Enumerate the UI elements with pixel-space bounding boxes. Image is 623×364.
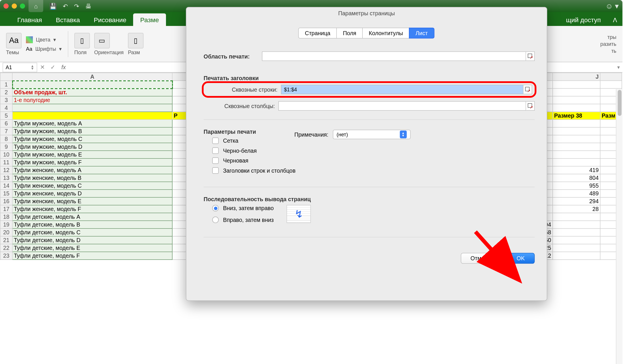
margins-icon[interactable]: ▯ bbox=[74, 33, 90, 48]
cell[interactable]: Туфли женские, модель E bbox=[12, 197, 172, 205]
cell[interactable]: Туфли мужские, модель D bbox=[12, 143, 172, 151]
cell[interactable]: 804 bbox=[553, 174, 600, 182]
tab-insert[interactable]: Вставка bbox=[49, 14, 87, 26]
collapse-ribbon-button[interactable]: ᐱ bbox=[608, 14, 622, 26]
row-header[interactable]: 8 bbox=[0, 135, 12, 143]
cell[interactable] bbox=[553, 213, 600, 221]
colors-button[interactable]: Цвета▾ bbox=[26, 36, 62, 43]
window-close-button[interactable] bbox=[3, 3, 9, 9]
cols-repeat-input[interactable] bbox=[278, 101, 526, 111]
cell[interactable]: Туфли детские, модель F bbox=[12, 252, 172, 260]
save-icon[interactable]: 💾 bbox=[49, 3, 57, 10]
cell[interactable]: 489 bbox=[553, 190, 600, 197]
cell[interactable]: Туфли мужские, модель E bbox=[12, 151, 172, 159]
over-then-down-radio[interactable]: Вправо, затем вниз bbox=[212, 217, 274, 223]
tab-main[interactable]: Главная bbox=[10, 14, 49, 26]
rows-repeat-picker-button[interactable] bbox=[524, 85, 532, 94]
select-all-cell[interactable] bbox=[0, 73, 12, 81]
enter-formula-button[interactable]: ✓ bbox=[48, 64, 58, 71]
cell[interactable]: Объем продаж, шт. bbox=[12, 88, 172, 96]
tab-share[interactable]: щий доступ bbox=[559, 14, 608, 26]
row-header[interactable]: 1 bbox=[0, 81, 12, 88]
redo-icon[interactable]: ↷ bbox=[74, 3, 79, 10]
name-box[interactable]: A1 ▲▼ bbox=[3, 63, 37, 72]
cancel-formula-button[interactable]: ✕ bbox=[37, 64, 48, 71]
notes-select[interactable]: (нет) ▲▼ bbox=[333, 130, 411, 139]
tab-draw[interactable]: Рисование bbox=[87, 14, 133, 26]
row-header[interactable]: 17 bbox=[0, 205, 12, 213]
feedback-button[interactable]: ☺ ▾ bbox=[605, 1, 619, 11]
dialog-tab-headerfooter[interactable]: Колонтитулы bbox=[362, 28, 409, 39]
cell[interactable] bbox=[553, 120, 600, 127]
undo-icon[interactable]: ↶ bbox=[63, 3, 68, 10]
cell[interactable]: Туфли мужские, модель B bbox=[12, 127, 172, 135]
window-minimize-button[interactable] bbox=[12, 3, 17, 9]
row-header[interactable]: 14 bbox=[0, 182, 12, 190]
cell[interactable]: Туфли детские, модель E bbox=[12, 244, 172, 252]
cell[interactable] bbox=[553, 88, 600, 96]
home-button[interactable]: ⌂ bbox=[29, 0, 43, 12]
cell[interactable] bbox=[553, 104, 600, 112]
cell[interactable]: Туфли женские, модель C bbox=[12, 182, 172, 190]
cell[interactable] bbox=[553, 81, 600, 88]
namebox-stepper-icon[interactable]: ▲▼ bbox=[31, 65, 34, 70]
row-header[interactable]: 16 bbox=[0, 197, 12, 205]
row-header[interactable]: 7 bbox=[0, 127, 12, 135]
column-header[interactable] bbox=[600, 73, 622, 81]
cell[interactable] bbox=[553, 135, 600, 143]
row-header[interactable]: 2 bbox=[0, 88, 12, 96]
column-header[interactable]: A bbox=[12, 73, 172, 81]
row-header[interactable]: 13 bbox=[0, 174, 12, 182]
down-then-over-radio[interactable]: Вниз, затем вправо bbox=[212, 205, 274, 212]
tab-layout[interactable]: Разме bbox=[133, 14, 166, 26]
cell[interactable] bbox=[553, 96, 600, 104]
fonts-button[interactable]: Aa Шрифты▾ bbox=[26, 46, 62, 52]
print-area-picker-button[interactable] bbox=[526, 52, 535, 61]
row-header[interactable]: 18 bbox=[0, 213, 12, 221]
cell[interactable]: 28 bbox=[553, 205, 600, 213]
cell[interactable]: Размер 38 bbox=[553, 112, 600, 120]
cell[interactable] bbox=[12, 104, 172, 112]
cell[interactable]: Туфли мужские, модель A bbox=[12, 120, 172, 127]
cell[interactable]: Туфли женские, модель D bbox=[12, 190, 172, 197]
cell[interactable]: Туфли детские, модель B bbox=[12, 221, 172, 229]
row-header[interactable]: 11 bbox=[0, 159, 12, 166]
window-maximize-button[interactable] bbox=[20, 3, 25, 9]
cell[interactable] bbox=[553, 159, 600, 166]
cell[interactable]: Туфли женские, модель A bbox=[12, 166, 172, 174]
cell[interactable] bbox=[553, 143, 600, 151]
row-header[interactable]: 20 bbox=[0, 229, 12, 236]
row-header[interactable]: 10 bbox=[0, 151, 12, 159]
print-icon[interactable]: 🖶 bbox=[85, 3, 91, 10]
cell[interactable]: Туфли мужские, модель C bbox=[12, 135, 172, 143]
cell[interactable]: 294 bbox=[553, 197, 600, 205]
cell[interactable] bbox=[12, 112, 172, 120]
row-header[interactable]: 22 bbox=[0, 244, 12, 252]
row-header[interactable]: 19 bbox=[0, 221, 12, 229]
themes-icon[interactable]: Aa bbox=[6, 33, 22, 48]
cell[interactable]: Туфли детские, модель C bbox=[12, 229, 172, 236]
cell[interactable] bbox=[553, 151, 600, 159]
row-header[interactable]: 5 bbox=[0, 112, 12, 120]
row-header[interactable]: 6 bbox=[0, 120, 12, 127]
dialog-tab-margins[interactable]: Поля bbox=[336, 28, 363, 39]
cell[interactable] bbox=[12, 81, 172, 88]
rows-repeat-input[interactable] bbox=[281, 85, 524, 94]
cell[interactable]: 419 bbox=[553, 166, 600, 174]
cell[interactable]: Туфли мужские, модель F bbox=[12, 159, 172, 166]
expand-formula-bar-button[interactable]: ▼ bbox=[615, 65, 622, 70]
row-header[interactable]: 4 bbox=[0, 104, 12, 112]
cell[interactable] bbox=[553, 127, 600, 135]
cell[interactable]: Туфли детские, модель A bbox=[12, 213, 172, 221]
row-header[interactable]: 23 bbox=[0, 252, 12, 260]
cell[interactable]: Туфли детские, модель D bbox=[12, 236, 172, 244]
row-header[interactable]: 3 bbox=[0, 96, 12, 104]
cell[interactable]: Туфли женские, модель F bbox=[12, 205, 172, 213]
cell[interactable]: 955 bbox=[553, 182, 600, 190]
dialog-tab-page[interactable]: Страница bbox=[299, 28, 337, 39]
cell[interactable]: Туфли женские, модель B bbox=[12, 174, 172, 182]
cell[interactable]: 1-е полугодие bbox=[12, 96, 172, 104]
cols-repeat-picker-button[interactable] bbox=[526, 101, 535, 111]
print-area-input[interactable] bbox=[262, 52, 526, 61]
cancel-button[interactable]: Отмена bbox=[460, 253, 501, 264]
